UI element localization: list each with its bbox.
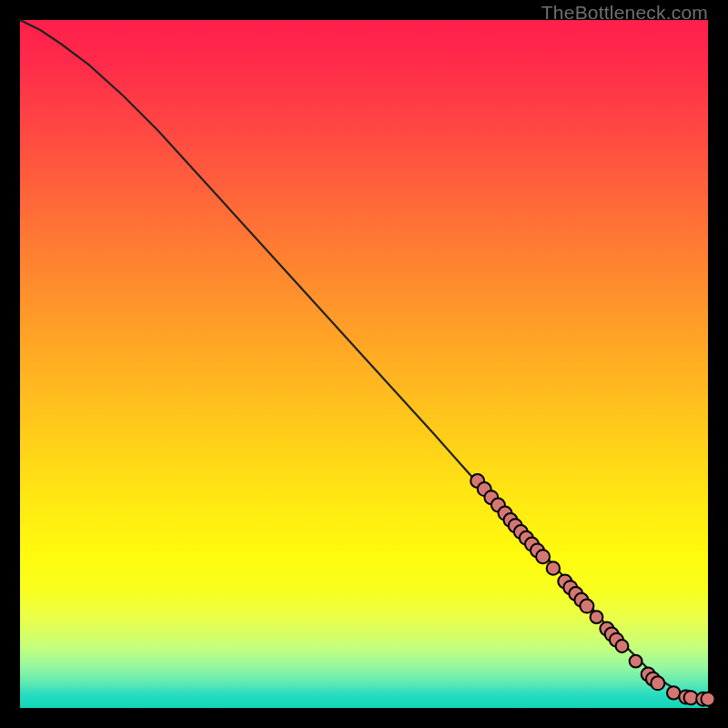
trend-line bbox=[20, 20, 708, 699]
data-marker bbox=[667, 686, 680, 699]
data-marker bbox=[591, 611, 603, 623]
data-marker bbox=[651, 676, 664, 690]
plot-area bbox=[20, 20, 708, 708]
marker-group bbox=[470, 474, 714, 706]
data-marker bbox=[580, 600, 593, 613]
chart-svg bbox=[20, 20, 708, 708]
data-marker bbox=[702, 693, 715, 706]
chart-stage: TheBottleneck.com bbox=[0, 0, 728, 728]
data-marker bbox=[616, 640, 629, 652]
data-marker bbox=[536, 550, 550, 563]
data-marker bbox=[630, 655, 642, 668]
data-marker bbox=[547, 561, 560, 574]
